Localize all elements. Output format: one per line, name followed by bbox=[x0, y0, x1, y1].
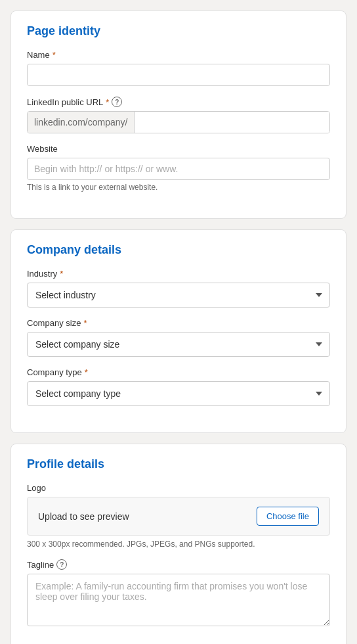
website-input[interactable] bbox=[27, 158, 330, 180]
tagline-field-group: Tagline ? bbox=[27, 559, 330, 628]
profile-details-title: Profile details bbox=[27, 457, 330, 471]
website-field-group: Website This is a link to your external … bbox=[27, 144, 330, 192]
linkedin-url-label: LinkedIn public URL * ? bbox=[27, 97, 330, 107]
company-size-required-star: * bbox=[83, 318, 87, 328]
company-type-select[interactable]: Select company type Public Company Self-… bbox=[27, 381, 330, 406]
linkedin-url-input[interactable] bbox=[135, 112, 329, 133]
linkedin-url-field-group: LinkedIn public URL * ? linkedin.com/com… bbox=[27, 97, 330, 133]
company-type-select-wrapper: Select company type Public Company Self-… bbox=[27, 381, 330, 406]
name-label: Name * bbox=[27, 50, 330, 60]
url-prefix: linkedin.com/company/ bbox=[28, 112, 135, 133]
company-details-title: Company details bbox=[27, 243, 330, 257]
name-required-star: * bbox=[52, 50, 56, 60]
name-input[interactable] bbox=[27, 64, 330, 86]
profile-details-card: Profile details Logo Upload to see previ… bbox=[10, 444, 346, 644]
choose-file-button[interactable]: Choose file bbox=[257, 507, 319, 526]
website-label: Website bbox=[27, 144, 330, 154]
page-identity-title: Page identity bbox=[27, 24, 330, 38]
company-size-select[interactable]: Select company size 1-10 11-50 51-200 20… bbox=[27, 332, 330, 357]
company-size-label: Company size * bbox=[27, 318, 330, 328]
company-type-required-star: * bbox=[85, 367, 88, 377]
logo-field-group: Logo Upload to see preview Choose file 3… bbox=[27, 483, 330, 549]
image-hint-text: 300 x 300px recommended. JPGs, JPEGs, an… bbox=[27, 540, 330, 549]
upload-preview-label: Upload to see preview bbox=[38, 511, 129, 522]
industry-field-group: Industry * Select industry Technology Fi… bbox=[27, 269, 330, 308]
industry-required-star: * bbox=[60, 269, 63, 279]
company-size-select-wrapper: Select company size 1-10 11-50 51-200 20… bbox=[27, 332, 330, 357]
logo-label: Logo bbox=[27, 483, 330, 493]
page-identity-card: Page identity Name * LinkedIn public URL… bbox=[10, 11, 346, 219]
linkedin-url-required-star: * bbox=[106, 97, 109, 107]
website-helper-text: This is a link to your external website. bbox=[27, 183, 330, 192]
logo-upload-area: Upload to see preview Choose file bbox=[27, 497, 330, 536]
linkedin-url-help-icon[interactable]: ? bbox=[112, 97, 122, 107]
company-type-label: Company type * bbox=[27, 367, 330, 377]
company-size-field-group: Company size * Select company size 1-10 … bbox=[27, 318, 330, 357]
industry-select-wrapper: Select industry Technology Finance Healt… bbox=[27, 283, 330, 308]
company-type-field-group: Company type * Select company type Publi… bbox=[27, 367, 330, 406]
industry-label: Industry * bbox=[27, 269, 330, 279]
name-field-group: Name * bbox=[27, 50, 330, 86]
tagline-textarea[interactable] bbox=[27, 574, 330, 626]
tagline-help-icon[interactable]: ? bbox=[56, 559, 67, 570]
linkedin-url-row: linkedin.com/company/ bbox=[27, 111, 330, 133]
tagline-label: Tagline ? bbox=[27, 559, 330, 570]
industry-select[interactable]: Select industry Technology Finance Healt… bbox=[27, 283, 330, 308]
company-details-card: Company details Industry * Select indust… bbox=[10, 229, 346, 433]
